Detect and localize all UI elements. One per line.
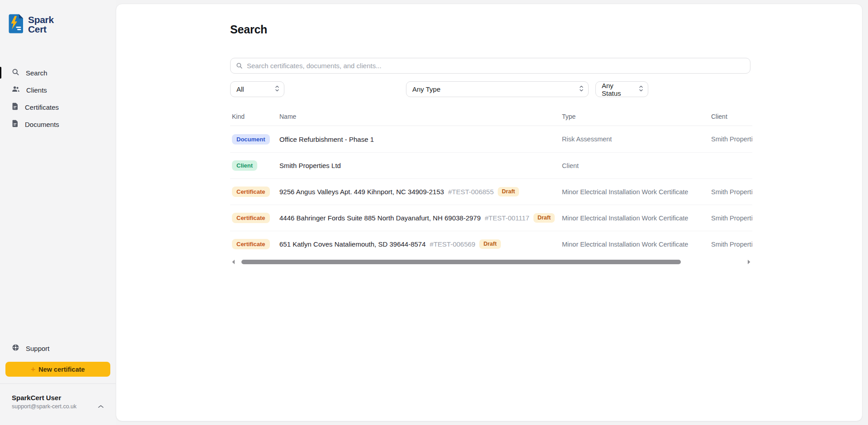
horizontal-scrollbar — [230, 257, 752, 267]
user-name: SparkCert User — [12, 394, 76, 402]
results-table: Kind Name Type Client Document Office Re… — [230, 113, 752, 257]
column-header-client: Client — [711, 113, 752, 120]
result-name: 4446 Bahringer Fords Suite 885 North Day… — [279, 214, 481, 222]
result-client: Smith Properties Ltd — [711, 241, 752, 248]
search-icon — [12, 68, 19, 78]
life-buoy-icon — [12, 344, 19, 353]
brand-logo-icon — [7, 14, 24, 36]
result-client: Smith Properties Ltd — [711, 215, 752, 222]
result-client: Smith Properties Ltd — [711, 135, 752, 143]
sidebar-item-search[interactable]: Search — [0, 64, 116, 81]
result-type: Minor Electrical Installation Work Certi… — [562, 215, 711, 222]
search-bar — [230, 58, 750, 74]
status-badge: Draft — [479, 239, 500, 249]
result-type: Client — [562, 162, 711, 169]
user-menu[interactable]: SparkCert User support@spark-cert.co.uk — [0, 383, 116, 425]
table-row[interactable]: Certificate 651 Katlyn Coves Nataliemout… — [230, 231, 752, 257]
result-name: 651 Katlyn Coves Nataliemouth, SD 39644-… — [279, 240, 426, 248]
type-filter-select[interactable]: Any Type — [406, 81, 589, 97]
scroll-right-arrow-icon[interactable] — [747, 259, 751, 265]
brand-logo[interactable]: Spark Cert — [7, 14, 54, 36]
select-chevrons-icon — [575, 85, 584, 94]
kind-badge: Certificate — [232, 187, 270, 197]
kind-badge: Client — [232, 160, 257, 171]
result-name: Office Refurbishment - Phase 1 — [279, 135, 374, 143]
document-icon — [12, 120, 19, 129]
type-filter-value: Any Type — [412, 85, 440, 93]
sidebar: Spark Cert Search Clients — [0, 0, 116, 425]
select-chevrons-icon — [270, 85, 279, 94]
sidebar-item-clients[interactable]: Clients — [0, 81, 116, 98]
main-panel: Search All Any Type An — [116, 4, 863, 421]
result-name: 9256 Angus Valleys Apt. 449 Kihnport, NC… — [279, 188, 444, 196]
result-reference: #TEST-006569 — [430, 240, 476, 248]
column-header-type: Type — [562, 113, 711, 120]
user-email: support@spark-cert.co.uk — [12, 403, 76, 410]
result-type: Minor Electrical Installation Work Certi… — [562, 241, 711, 248]
sidebar-item-certificates[interactable]: Certificates — [0, 98, 116, 116]
sidebar-item-label: Search — [26, 69, 47, 77]
result-type: Risk Assessment — [562, 135, 711, 143]
column-header-kind: Kind — [230, 113, 279, 120]
table-row[interactable]: Certificate 4446 Bahringer Fords Suite 8… — [230, 205, 752, 231]
status-filter-value: Any Status — [602, 82, 634, 97]
users-icon — [12, 85, 20, 94]
kind-badge: Certificate — [232, 213, 270, 223]
status-filter-select[interactable]: Any Status — [595, 81, 648, 97]
status-badge: Draft — [533, 213, 555, 223]
new-certificate-button[interactable]: + New certificate — [5, 362, 110, 377]
scrollbar-thumb[interactable] — [241, 260, 681, 264]
table-row[interactable]: Certificate 9256 Angus Valleys Apt. 449 … — [230, 178, 752, 205]
sidebar-item-documents[interactable]: Documents — [0, 116, 116, 133]
table-header-row: Kind Name Type Client — [230, 113, 752, 126]
column-header-name: Name — [279, 113, 562, 120]
kind-filter-value: All — [236, 85, 244, 93]
support-label: Support — [26, 345, 50, 352]
result-client: Smith Properties Ltd — [711, 188, 752, 196]
certificate-doc-icon — [12, 103, 19, 112]
status-badge: Draft — [498, 187, 519, 196]
result-reference: #TEST-006855 — [448, 188, 494, 196]
kind-badge: Certificate — [232, 239, 270, 249]
scroll-left-arrow-icon[interactable] — [231, 259, 236, 265]
sidebar-nav: Search Clients Certificates — [0, 64, 116, 133]
sidebar-item-support[interactable]: Support — [0, 341, 116, 356]
select-chevrons-icon — [634, 85, 643, 94]
brand-name: Spark Cert — [28, 15, 54, 34]
sidebar-item-label: Clients — [26, 86, 47, 94]
new-certificate-label: New certificate — [38, 366, 85, 373]
result-name: Smith Properties Ltd — [279, 162, 341, 169]
result-reference: #TEST-001117 — [485, 214, 529, 222]
sidebar-item-label: Documents — [25, 121, 59, 128]
table-row[interactable]: Client Smith Properties Ltd Client — [230, 152, 752, 178]
result-type: Minor Electrical Installation Work Certi… — [562, 188, 711, 196]
table-row[interactable]: Document Office Refurbishment - Phase 1 … — [230, 126, 752, 152]
sidebar-item-label: Certificates — [25, 103, 59, 111]
chevron-up-icon — [98, 402, 104, 410]
search-input[interactable] — [230, 58, 750, 74]
page-title: Search — [230, 23, 267, 36]
kind-badge: Document — [232, 134, 270, 145]
kind-filter-select[interactable]: All — [230, 81, 284, 97]
plus-icon: + — [31, 365, 35, 373]
